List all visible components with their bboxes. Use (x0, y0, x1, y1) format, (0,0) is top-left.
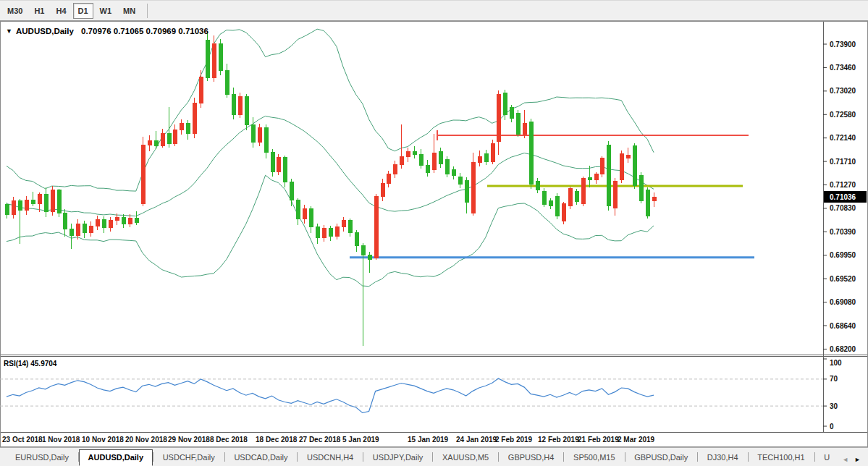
chart-canvas[interactable]: ▼AUDUSD,Daily0.70976 0.71065 0.70969 0.7… (0, 21, 868, 447)
candle-body (329, 229, 332, 236)
tab-dj30-h4[interactable]: DJ30,H4 (698, 449, 748, 466)
tab-audusd-daily[interactable]: AUDUSD,Daily (79, 449, 153, 466)
candle-body (63, 213, 67, 229)
timeframe-button-h1[interactable]: H1 (29, 3, 49, 19)
candle-body (290, 182, 293, 200)
candle-body (83, 224, 86, 233)
date-label: 18 Dec 2018 (256, 436, 298, 444)
candle-body (225, 70, 229, 94)
chart-title-symbol: AUDUSD,Daily (16, 27, 74, 35)
tab-scroll-left-icon[interactable]: ◄ (842, 456, 848, 463)
candle (568, 187, 572, 208)
candle-body (484, 154, 488, 161)
candle-body (122, 217, 125, 224)
candle-body (491, 143, 494, 161)
candle-body (251, 124, 255, 142)
timeframe-button-m30[interactable]: M30 (2, 3, 28, 19)
candle (193, 98, 196, 137)
candle-body (361, 246, 365, 255)
candle (542, 188, 546, 208)
tab-gbpusd-h4[interactable]: GBPUSD,H4 (499, 449, 564, 466)
candle-body (212, 43, 216, 77)
candle-body (400, 156, 403, 164)
candle-body (277, 158, 280, 171)
rsi-label: RSI(14) 45.9704 (4, 360, 57, 368)
candle-body (245, 97, 248, 124)
candle-body (516, 114, 520, 135)
rsi-tick-label: 30 (830, 402, 838, 410)
candle-body (426, 165, 429, 172)
symbol-dropdown-icon[interactable]: ▼ (6, 27, 12, 35)
date-label: 23 Oct 2018 (2, 436, 43, 444)
candle-body (458, 177, 462, 184)
tab-usdcnh-h4[interactable]: USDCNH,H4 (298, 449, 363, 466)
date-label: 15 Jan 2019 (408, 436, 449, 444)
candle-body (368, 255, 371, 260)
candle (529, 119, 533, 189)
timeframe-button-h4[interactable]: H4 (51, 3, 71, 19)
chart-title-ohlc: 0.70976 0.71065 0.70969 0.71036 (81, 27, 208, 35)
candle-body (5, 205, 9, 214)
candle (633, 143, 636, 189)
price-tick-label: 0.69080 (830, 298, 856, 306)
candle (646, 187, 649, 219)
rsi-pane[interactable] (0, 357, 823, 432)
tab-gbpusd-daily[interactable]: GBPUSD,Daily (625, 449, 697, 466)
candle-body (478, 156, 481, 162)
toolbar-separator (147, 4, 148, 18)
candle-body (232, 94, 235, 115)
date-label: 27 Dec 2018 (299, 436, 341, 444)
timeframe-button-mn[interactable]: MN (118, 3, 140, 19)
candle-body (12, 201, 15, 214)
timeframe-button-w1[interactable]: W1 (95, 3, 117, 19)
candle-body (31, 200, 35, 203)
candle-body (18, 201, 22, 211)
tab-usdjpy-daily[interactable]: USDJPY,Daily (363, 449, 433, 466)
candle-body (568, 189, 572, 206)
tab-usdcad-daily[interactable]: USDCAD,Daily (224, 449, 297, 466)
candle-body (393, 165, 397, 174)
main-chart-pane[interactable] (0, 22, 823, 355)
candle (219, 39, 222, 75)
price-tick-label: 0.72140 (830, 134, 856, 142)
tab-sp500-m15[interactable]: SP500,M15 (564, 449, 624, 466)
tab-tech100-h1[interactable]: TECH100,H1 (748, 449, 814, 466)
candle-body (206, 40, 209, 77)
candle-body (335, 227, 339, 237)
candle (57, 189, 61, 217)
candle-body (96, 219, 99, 226)
price-tick-label: 0.73900 (830, 41, 856, 48)
candle-body (542, 191, 546, 204)
candle-body (154, 140, 158, 145)
candle-body (523, 123, 526, 134)
tab-u[interactable]: U (814, 449, 839, 466)
candle-body (497, 94, 500, 142)
date-axis[interactable]: 23 Oct 20181 Nov 201810 Nov 201820 Nov 2… (2, 436, 655, 444)
candle-body (264, 128, 268, 153)
candle-body (51, 190, 54, 211)
candle-body (102, 219, 106, 227)
tab-eurusd-daily[interactable]: EURUSD,Daily (6, 449, 78, 466)
current-price-label: 0.71036 (830, 193, 856, 201)
tab-scroll-right-icon[interactable]: ► (854, 456, 861, 463)
price-tick-label: 0.71270 (830, 181, 856, 189)
candle-body (141, 145, 145, 203)
candle (607, 141, 610, 211)
candle-body (529, 122, 533, 184)
candle-body (646, 190, 649, 216)
candle-body (387, 174, 390, 183)
tab-xauusd-m5[interactable]: XAUUSD,M5 (433, 449, 498, 466)
candle-body (562, 203, 565, 221)
candle-body (219, 43, 222, 70)
candle-body (588, 178, 591, 180)
date-label: 2 Feb 2019 (495, 436, 533, 444)
candle-body (322, 229, 326, 238)
candle-body (44, 195, 48, 212)
date-label: 12 Feb 2019 (538, 436, 579, 444)
timeframe-button-d1[interactable]: D1 (73, 3, 93, 19)
symbol-tabbar: EURUSD,DailyAUDUSD,DailyUSDCHF,DailyUSDC… (0, 447, 868, 466)
tab-usdchf-daily[interactable]: USDCHF,Daily (153, 449, 224, 466)
current-price-box: 0.71036 (824, 191, 867, 203)
price-tick-label: 0.70390 (830, 228, 856, 236)
chart-title: ▼AUDUSD,Daily0.70976 0.71065 0.70969 0.7… (6, 27, 208, 35)
